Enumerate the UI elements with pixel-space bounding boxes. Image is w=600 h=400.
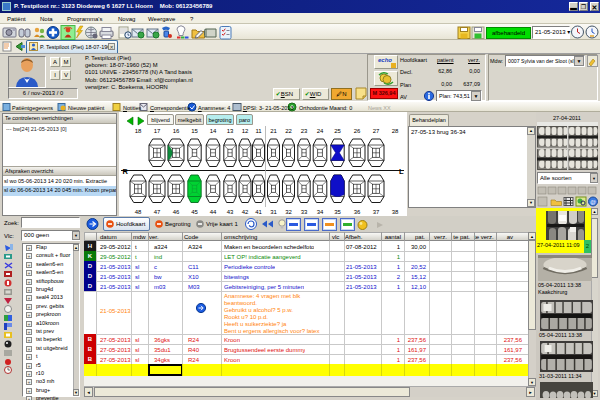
svg-text:17: 17 bbox=[154, 128, 161, 134]
svg-text:41: 41 bbox=[255, 209, 262, 215]
svg-text:46: 46 bbox=[173, 209, 180, 215]
svg-text:28: 28 bbox=[392, 128, 399, 134]
svg-text:45: 45 bbox=[191, 209, 198, 215]
svg-text:38: 38 bbox=[392, 209, 399, 215]
svg-text:L: L bbox=[399, 167, 404, 176]
svg-text:43: 43 bbox=[227, 209, 234, 215]
svg-text:35: 35 bbox=[334, 209, 341, 215]
svg-text:25: 25 bbox=[334, 128, 341, 134]
svg-text:15: 15 bbox=[191, 128, 198, 134]
svg-text:R: R bbox=[123, 167, 129, 176]
svg-text:48: 48 bbox=[135, 209, 142, 215]
svg-text:14: 14 bbox=[210, 128, 217, 134]
svg-text:33: 33 bbox=[301, 209, 308, 215]
svg-text:23: 23 bbox=[301, 128, 308, 134]
svg-text:44: 44 bbox=[210, 209, 217, 215]
svg-text:13: 13 bbox=[227, 128, 234, 134]
svg-text:21: 21 bbox=[270, 128, 277, 134]
svg-text:27: 27 bbox=[373, 128, 380, 134]
svg-text:26: 26 bbox=[354, 128, 361, 134]
svg-text:18: 18 bbox=[135, 128, 142, 134]
svg-text:31: 31 bbox=[270, 209, 277, 215]
svg-text:22: 22 bbox=[285, 128, 292, 134]
svg-text:34: 34 bbox=[317, 209, 324, 215]
svg-text:16: 16 bbox=[173, 128, 180, 134]
svg-text:11: 11 bbox=[255, 128, 262, 134]
svg-text:12: 12 bbox=[242, 128, 249, 134]
svg-text:24: 24 bbox=[317, 128, 324, 134]
svg-text:47: 47 bbox=[154, 209, 161, 215]
svg-text:@: @ bbox=[590, 199, 596, 205]
svg-text:37: 37 bbox=[373, 209, 380, 215]
svg-text:32: 32 bbox=[285, 209, 292, 215]
svg-text:36: 36 bbox=[354, 209, 361, 215]
svg-text:42: 42 bbox=[242, 209, 249, 215]
